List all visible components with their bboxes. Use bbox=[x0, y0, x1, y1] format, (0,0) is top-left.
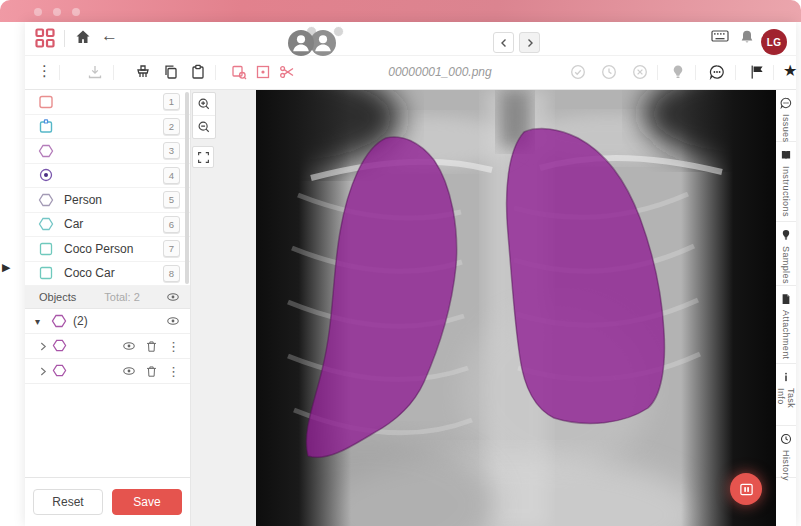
class-row[interactable]: 2 bbox=[25, 115, 190, 140]
shortcut-badge: 2 bbox=[163, 118, 180, 135]
more-vertical-icon[interactable]: ⋮ bbox=[37, 62, 52, 80]
tab-instructions[interactable]: Instructions bbox=[775, 142, 796, 222]
caret-right-icon[interactable] bbox=[40, 342, 52, 351]
window-dot[interactable] bbox=[72, 8, 80, 16]
eye-icon[interactable] bbox=[166, 290, 180, 304]
window-dot[interactable] bbox=[34, 8, 42, 16]
class-list: 1 2 3 4 bbox=[25, 90, 190, 286]
cross-circle-icon[interactable] bbox=[632, 64, 648, 80]
tab-history[interactable]: History bbox=[775, 426, 796, 478]
sidebar-empty-area bbox=[25, 384, 190, 477]
tab-label: Attachment bbox=[781, 310, 791, 360]
hexagon-icon bbox=[38, 216, 54, 232]
image-filename: 00000001_000.png bbox=[355, 65, 525, 79]
class-label: Person bbox=[64, 193, 163, 207]
save-button[interactable]: Save bbox=[112, 489, 182, 515]
sidebar-footer: Reset Save bbox=[25, 477, 190, 526]
class-row[interactable]: Coco Person 7 bbox=[25, 237, 190, 262]
object-row[interactable]: ⋮ bbox=[25, 359, 190, 384]
bbox-handle-icon bbox=[38, 118, 54, 134]
reset-button[interactable]: Reset bbox=[33, 489, 103, 515]
shortcut-badge: 6 bbox=[163, 216, 180, 233]
caret-down-icon[interactable]: ▾ bbox=[35, 316, 47, 327]
shortcut-badge: 4 bbox=[163, 167, 180, 184]
keyboard-icon[interactable] bbox=[711, 29, 729, 43]
home-icon[interactable] bbox=[75, 29, 91, 45]
caret-right-icon[interactable] bbox=[40, 367, 52, 376]
objects-total: Total: 2 bbox=[104, 291, 157, 303]
annotate-search-icon[interactable] bbox=[231, 64, 247, 80]
class-row[interactable]: Coco Car 8 bbox=[25, 262, 190, 287]
object-group-row[interactable]: ▾ (2) bbox=[25, 309, 190, 334]
tab-issues[interactable]: Issues bbox=[775, 90, 796, 142]
comment-icon[interactable] bbox=[709, 64, 725, 80]
prev-button[interactable] bbox=[493, 32, 514, 53]
flag-icon[interactable] bbox=[749, 64, 765, 80]
square-icon bbox=[38, 241, 54, 257]
paste-icon[interactable] bbox=[190, 64, 206, 80]
scrollbar[interactable] bbox=[185, 92, 189, 284]
right-tab-rail: Issues Instructions Samples Attachment T… bbox=[774, 90, 796, 526]
hexagon-icon bbox=[52, 338, 68, 354]
workspace: 1 2 3 4 bbox=[25, 90, 796, 526]
shortcut-badge: 8 bbox=[163, 265, 180, 282]
rectangle-icon bbox=[38, 94, 54, 110]
hexagon-icon bbox=[52, 363, 68, 379]
eye-icon[interactable] bbox=[166, 314, 180, 328]
eye-icon[interactable] bbox=[122, 364, 136, 378]
tab-attachment[interactable]: Attachment bbox=[775, 286, 796, 364]
class-row[interactable]: Car 6 bbox=[25, 213, 190, 238]
download-icon[interactable] bbox=[87, 64, 103, 80]
more-vertical-icon[interactable]: ⋮ bbox=[167, 364, 180, 379]
window-dot[interactable] bbox=[53, 8, 61, 16]
avatar[interactable] bbox=[288, 30, 314, 56]
square-icon bbox=[38, 265, 54, 281]
zoom-controls bbox=[192, 92, 216, 139]
back-icon[interactable]: ← bbox=[101, 27, 118, 45]
check-circle-icon[interactable] bbox=[570, 64, 586, 80]
divider bbox=[64, 30, 65, 47]
divider bbox=[215, 65, 216, 80]
star-icon[interactable]: ★ bbox=[783, 61, 797, 80]
copy-icon[interactable] bbox=[163, 64, 179, 80]
class-row[interactable]: 3 bbox=[25, 139, 190, 164]
zoom-in-button[interactable] bbox=[193, 93, 215, 115]
user-avatar[interactable]: LG bbox=[761, 29, 787, 55]
sidebar-expand-icon[interactable]: ▶ bbox=[2, 261, 10, 274]
time-circle-icon[interactable] bbox=[601, 64, 617, 80]
object-row[interactable]: ⋮ bbox=[25, 334, 190, 359]
scissors-icon[interactable] bbox=[279, 64, 295, 80]
objects-header: Objects Total: 2 bbox=[25, 286, 190, 309]
trash-icon[interactable] bbox=[145, 365, 158, 378]
class-row[interactable]: 1 bbox=[25, 90, 190, 115]
tab-samples[interactable]: Samples bbox=[775, 222, 796, 286]
eye-icon[interactable] bbox=[122, 339, 136, 353]
fit-screen-button[interactable] bbox=[192, 146, 214, 168]
tab-task-info[interactable]: Task Info bbox=[775, 364, 796, 426]
bell-icon[interactable] bbox=[739, 29, 755, 45]
divider bbox=[735, 65, 736, 80]
app-logo-icon[interactable] bbox=[35, 28, 55, 48]
objects-title: Objects bbox=[39, 291, 76, 303]
window-titlebar bbox=[0, 0, 801, 22]
hotkeys-fab-button[interactable] bbox=[730, 473, 762, 505]
pin-icon[interactable] bbox=[670, 64, 686, 80]
hexagon-icon bbox=[51, 313, 67, 329]
clean-icon[interactable] bbox=[135, 64, 151, 80]
keypoint-icon bbox=[38, 167, 54, 183]
clock-icon bbox=[780, 433, 792, 445]
class-row[interactable]: Person 5 bbox=[25, 188, 190, 213]
box-point-icon[interactable] bbox=[255, 64, 271, 80]
shortcut-badge: 1 bbox=[163, 93, 180, 110]
zoom-out-button[interactable] bbox=[193, 115, 215, 138]
tab-label: Issues bbox=[781, 114, 791, 142]
image-canvas[interactable] bbox=[191, 90, 774, 526]
class-row[interactable]: 4 bbox=[25, 164, 190, 189]
info-icon bbox=[780, 371, 792, 383]
more-vertical-icon[interactable]: ⋮ bbox=[167, 339, 180, 354]
tab-label: Task Info bbox=[776, 388, 796, 425]
class-label: Coco Car bbox=[64, 266, 163, 280]
xray-image bbox=[256, 90, 776, 526]
trash-icon[interactable] bbox=[145, 340, 158, 353]
next-button[interactable] bbox=[519, 32, 540, 53]
